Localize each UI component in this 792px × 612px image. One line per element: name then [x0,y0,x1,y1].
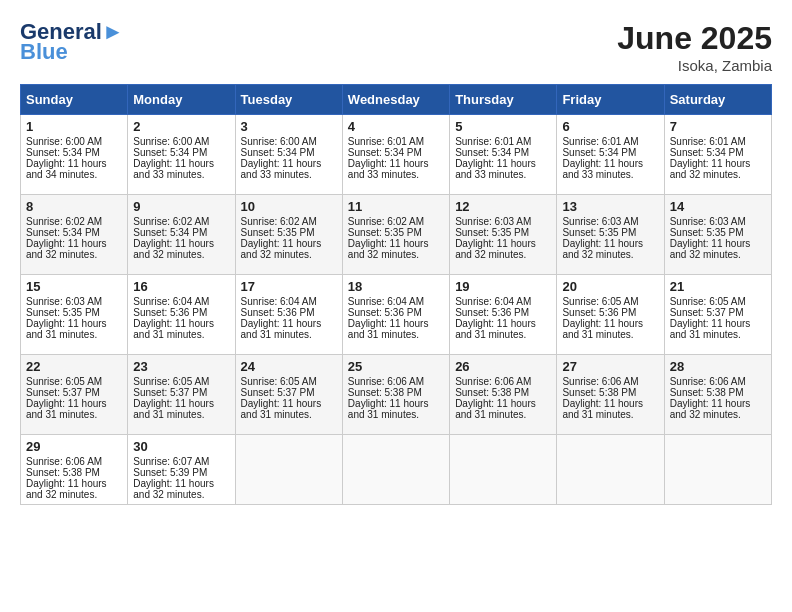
sunrise-text: Sunrise: 6:04 AM [455,296,551,307]
calendar-cell: 1Sunrise: 6:00 AMSunset: 5:34 PMDaylight… [21,115,128,195]
sunset-text: Sunset: 5:34 PM [562,147,658,158]
day-number: 13 [562,199,658,214]
calendar-cell: 30Sunrise: 6:07 AMSunset: 5:39 PMDayligh… [128,435,235,505]
sunset-text: Sunset: 5:34 PM [455,147,551,158]
sunset-text: Sunset: 5:38 PM [562,387,658,398]
day-number: 20 [562,279,658,294]
daylight-text: Daylight: 11 hours and 31 minutes. [241,398,337,420]
sunrise-text: Sunrise: 6:05 AM [133,376,229,387]
sunset-text: Sunset: 5:34 PM [241,147,337,158]
daylight-text: Daylight: 11 hours and 31 minutes. [26,318,122,340]
weekday-header: Friday [557,85,664,115]
sunset-text: Sunset: 5:34 PM [133,147,229,158]
day-number: 7 [670,119,766,134]
calendar-week-row: 29Sunrise: 6:06 AMSunset: 5:38 PMDayligh… [21,435,772,505]
daylight-text: Daylight: 11 hours and 33 minutes. [133,158,229,180]
sunset-text: Sunset: 5:36 PM [562,307,658,318]
sunset-text: Sunset: 5:37 PM [670,307,766,318]
calendar-week-row: 1Sunrise: 6:00 AMSunset: 5:34 PMDaylight… [21,115,772,195]
sunset-text: Sunset: 5:35 PM [562,227,658,238]
sunrise-text: Sunrise: 6:01 AM [562,136,658,147]
sunset-text: Sunset: 5:35 PM [348,227,444,238]
day-number: 23 [133,359,229,374]
day-number: 18 [348,279,444,294]
calendar-cell [235,435,342,505]
weekday-header: Thursday [450,85,557,115]
calendar-cell: 14Sunrise: 6:03 AMSunset: 5:35 PMDayligh… [664,195,771,275]
day-number: 24 [241,359,337,374]
sunrise-text: Sunrise: 6:04 AM [133,296,229,307]
day-number: 22 [26,359,122,374]
page-header: General► Blue June 2025 Isoka, Zambia [20,20,772,74]
calendar-cell: 15Sunrise: 6:03 AMSunset: 5:35 PMDayligh… [21,275,128,355]
calendar-cell [450,435,557,505]
title-block: June 2025 Isoka, Zambia [617,20,772,74]
daylight-text: Daylight: 11 hours and 33 minutes. [455,158,551,180]
sunrise-text: Sunrise: 6:02 AM [26,216,122,227]
day-number: 25 [348,359,444,374]
calendar-cell: 3Sunrise: 6:00 AMSunset: 5:34 PMDaylight… [235,115,342,195]
day-number: 6 [562,119,658,134]
daylight-text: Daylight: 11 hours and 31 minutes. [562,398,658,420]
weekday-header: Tuesday [235,85,342,115]
sunset-text: Sunset: 5:39 PM [133,467,229,478]
day-number: 16 [133,279,229,294]
calendar-cell: 29Sunrise: 6:06 AMSunset: 5:38 PMDayligh… [21,435,128,505]
sunset-text: Sunset: 5:38 PM [455,387,551,398]
day-number: 12 [455,199,551,214]
calendar-cell: 28Sunrise: 6:06 AMSunset: 5:38 PMDayligh… [664,355,771,435]
calendar-cell: 22Sunrise: 6:05 AMSunset: 5:37 PMDayligh… [21,355,128,435]
sunset-text: Sunset: 5:37 PM [133,387,229,398]
calendar-cell: 18Sunrise: 6:04 AMSunset: 5:36 PMDayligh… [342,275,449,355]
sunrise-text: Sunrise: 6:01 AM [670,136,766,147]
daylight-text: Daylight: 11 hours and 32 minutes. [26,238,122,260]
calendar-week-row: 22Sunrise: 6:05 AMSunset: 5:37 PMDayligh… [21,355,772,435]
day-number: 11 [348,199,444,214]
sunrise-text: Sunrise: 6:03 AM [26,296,122,307]
daylight-text: Daylight: 11 hours and 32 minutes. [562,238,658,260]
sunrise-text: Sunrise: 6:02 AM [348,216,444,227]
sunrise-text: Sunrise: 6:06 AM [670,376,766,387]
sunrise-text: Sunrise: 6:02 AM [241,216,337,227]
daylight-text: Daylight: 11 hours and 31 minutes. [670,318,766,340]
sunset-text: Sunset: 5:38 PM [348,387,444,398]
sunrise-text: Sunrise: 6:00 AM [133,136,229,147]
sunrise-text: Sunrise: 6:04 AM [348,296,444,307]
sunset-text: Sunset: 5:34 PM [348,147,444,158]
day-number: 30 [133,439,229,454]
sunset-text: Sunset: 5:36 PM [455,307,551,318]
sunrise-text: Sunrise: 6:05 AM [26,376,122,387]
daylight-text: Daylight: 11 hours and 34 minutes. [26,158,122,180]
day-number: 3 [241,119,337,134]
month-year: June 2025 [617,20,772,57]
daylight-text: Daylight: 11 hours and 32 minutes. [26,478,122,500]
sunrise-text: Sunrise: 6:05 AM [562,296,658,307]
daylight-text: Daylight: 11 hours and 32 minutes. [455,238,551,260]
sunset-text: Sunset: 5:38 PM [670,387,766,398]
weekday-header: Wednesday [342,85,449,115]
daylight-text: Daylight: 11 hours and 31 minutes. [26,398,122,420]
day-number: 4 [348,119,444,134]
sunset-text: Sunset: 5:35 PM [455,227,551,238]
day-number: 1 [26,119,122,134]
calendar-cell [664,435,771,505]
sunset-text: Sunset: 5:35 PM [241,227,337,238]
calendar-cell: 23Sunrise: 6:05 AMSunset: 5:37 PMDayligh… [128,355,235,435]
calendar-cell: 10Sunrise: 6:02 AMSunset: 5:35 PMDayligh… [235,195,342,275]
day-number: 29 [26,439,122,454]
weekday-header-row: SundayMondayTuesdayWednesdayThursdayFrid… [21,85,772,115]
logo: General► Blue [20,20,124,64]
day-number: 10 [241,199,337,214]
sunset-text: Sunset: 5:34 PM [133,227,229,238]
sunrise-text: Sunrise: 6:03 AM [562,216,658,227]
calendar-cell: 7Sunrise: 6:01 AMSunset: 5:34 PMDaylight… [664,115,771,195]
calendar-cell: 13Sunrise: 6:03 AMSunset: 5:35 PMDayligh… [557,195,664,275]
calendar-cell: 16Sunrise: 6:04 AMSunset: 5:36 PMDayligh… [128,275,235,355]
sunset-text: Sunset: 5:36 PM [133,307,229,318]
weekday-header: Monday [128,85,235,115]
daylight-text: Daylight: 11 hours and 32 minutes. [133,478,229,500]
daylight-text: Daylight: 11 hours and 33 minutes. [241,158,337,180]
calendar-week-row: 15Sunrise: 6:03 AMSunset: 5:35 PMDayligh… [21,275,772,355]
weekday-header: Saturday [664,85,771,115]
day-number: 8 [26,199,122,214]
